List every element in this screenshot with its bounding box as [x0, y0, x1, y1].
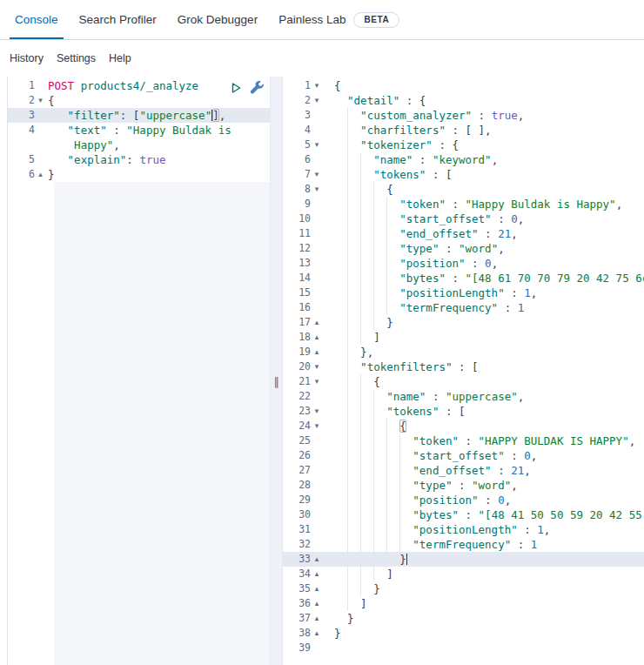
- code-line[interactable]: 13 "position" : 0,: [283, 256, 644, 271]
- fold-open-icon[interactable]: ▾: [311, 419, 323, 433]
- tab-grok-debugger[interactable]: Grok Debugger: [172, 0, 263, 39]
- code-token: "tokens": [373, 168, 426, 181]
- code-line[interactable]: 27 "end_offset" : 21,: [283, 463, 644, 478]
- indent-guide: [360, 256, 361, 271]
- indent-guide: [386, 507, 387, 522]
- code-line[interactable]: 2▾ "detail" : {: [283, 93, 644, 108]
- code-token: : {: [399, 94, 426, 107]
- indent-guide: [373, 285, 374, 300]
- fold-open-icon[interactable]: ▾: [311, 374, 323, 389]
- fold-close-icon[interactable]: ▴: [311, 596, 323, 611]
- fold-close-icon[interactable]: ▴: [311, 626, 323, 641]
- menu-item-history[interactable]: History: [10, 52, 49, 64]
- code-line[interactable]: 24▾ {: [283, 419, 644, 433]
- code-token: }: [334, 582, 380, 595]
- code-token: "positionLength": [413, 523, 517, 536]
- code-line[interactable]: 10 "start_offset" : 0,: [283, 212, 644, 226]
- code-line[interactable]: 21▾ {: [283, 374, 644, 389]
- fold-open-icon[interactable]: ▾: [311, 167, 323, 182]
- indent-guide: [360, 522, 361, 537]
- line-number: 1: [283, 78, 311, 93]
- code-line[interactable]: Happy",: [8, 138, 270, 152]
- indent-guide: [399, 507, 400, 522]
- fold-close-icon[interactable]: ▴: [311, 552, 323, 567]
- tab-painless-lab[interactable]: Painless LabBETA: [273, 0, 405, 39]
- code-line[interactable]: 30 "bytes" : "[48 41 50 50 59 20 42 55 4…: [283, 507, 644, 522]
- line-number: 4: [283, 123, 311, 138]
- code-line[interactable]: 34▴ ]: [283, 567, 644, 581]
- tab-console[interactable]: Console: [10, 0, 64, 39]
- fold-close-icon[interactable]: ▴: [311, 611, 323, 626]
- code-line[interactable]: 14 "bytes" : "[48 61 70 70 79 20 42 75 6…: [283, 271, 644, 285]
- fold-open-icon[interactable]: ▾: [311, 404, 323, 419]
- fold-open-icon[interactable]: ▾: [35, 93, 46, 108]
- code-line[interactable]: 6 "name" : "keyword",: [283, 152, 644, 167]
- menu-item-settings[interactable]: Settings: [57, 52, 101, 64]
- fold-close-icon[interactable]: ▴: [311, 567, 323, 581]
- code-line[interactable]: 28 "type" : "word",: [283, 478, 644, 493]
- code-line[interactable]: 5▾ "tokenizer" : {: [283, 138, 644, 152]
- code-line[interactable]: 4 "text" : "Happy Buldak is: [8, 123, 270, 138]
- code-line[interactable]: 8▾ {: [283, 182, 644, 197]
- fold-open-icon[interactable]: ▾: [311, 359, 323, 374]
- fold-close-icon[interactable]: ▴: [311, 581, 323, 596]
- code-line[interactable]: 16 "termFrequency" : 1: [283, 300, 644, 315]
- code-line[interactable]: 29 "position" : 0,: [283, 493, 644, 507]
- code-token: : [ ],: [446, 124, 492, 137]
- code-content: "tokenfilters" : [: [323, 359, 644, 374]
- indent-guide: [386, 552, 387, 567]
- code-line[interactable]: 37▴ }: [283, 611, 644, 626]
- indent-guide: [373, 463, 374, 478]
- gutter-cell: 2▾: [283, 93, 323, 108]
- code-line[interactable]: 5 "explain": true: [8, 152, 270, 167]
- code-line[interactable]: 1▾{: [283, 78, 644, 93]
- code-line[interactable]: 33▴ }: [283, 552, 644, 567]
- code-line[interactable]: 19▴ },: [283, 345, 644, 359]
- indent-guide: [360, 197, 361, 212]
- tab-search-profiler[interactable]: Search Profiler: [74, 0, 162, 39]
- code-line[interactable]: 38▴}: [283, 626, 644, 641]
- fold-close-icon[interactable]: ▴: [35, 167, 46, 182]
- code-line[interactable]: 25 "token" : "HAPPY BULDAK IS HAPPY",: [283, 433, 644, 448]
- code-line[interactable]: 26 "start_offset" : 0,: [283, 448, 644, 463]
- code-line[interactable]: 35▴ }: [283, 581, 644, 596]
- code-line[interactable]: 32 "termFrequency" : 1: [283, 537, 644, 552]
- code-token: "uppercase": [446, 390, 518, 403]
- resize-handle-icon: ∥: [273, 376, 279, 387]
- code-line[interactable]: 18▴ ]: [283, 330, 644, 345]
- code-line[interactable]: 6▴}: [8, 167, 270, 182]
- code-line[interactable]: 7▾ "tokens" : [: [283, 167, 644, 182]
- code-line[interactable]: 4 "charfilters" : [ ],: [283, 123, 644, 138]
- code-line[interactable]: 23▾ "tokens" : [: [283, 404, 644, 419]
- code-line[interactable]: 9 "token" : "Happy Buldak is Happy",: [283, 197, 644, 212]
- code-line[interactable]: 3 "filter": ["uppercase"],: [8, 108, 270, 123]
- code-line[interactable]: 22 "name" : "uppercase",: [283, 389, 644, 404]
- send-request-button[interactable]: [229, 81, 243, 95]
- code-line[interactable]: 36▴ ]: [283, 596, 644, 611]
- request-editor-empty-area[interactable]: [54, 182, 270, 665]
- fold-close-icon[interactable]: ▴: [311, 330, 323, 345]
- fold-open-icon[interactable]: ▾: [311, 93, 323, 108]
- code-line[interactable]: 15 "positionLength" : 1,: [283, 285, 644, 300]
- indent-guide: [360, 152, 361, 167]
- fold-open-icon[interactable]: ▾: [311, 78, 323, 93]
- fold-open-icon[interactable]: ▾: [311, 138, 323, 152]
- code-line[interactable]: 31 "positionLength" : 1,: [283, 522, 644, 537]
- code-line[interactable]: 39: [283, 641, 644, 655]
- gutter-cell: 17▴: [283, 315, 323, 330]
- fold-close-icon[interactable]: ▴: [311, 345, 323, 359]
- fold-spacer: [311, 108, 323, 123]
- code-line[interactable]: 11 "end_offset" : 21,: [283, 226, 644, 241]
- fold-close-icon[interactable]: ▴: [311, 315, 323, 330]
- request-options-button[interactable]: [250, 80, 265, 95]
- code-line[interactable]: 3 "custom_analyzer" : true,: [283, 108, 644, 123]
- code-line[interactable]: 12 "type" : "word",: [283, 241, 644, 256]
- fold-open-icon[interactable]: ▾: [311, 182, 323, 197]
- code-line[interactable]: 2▾{: [8, 93, 270, 108]
- code-line[interactable]: 17▴ }: [283, 315, 644, 330]
- panel-resizer[interactable]: ∥: [270, 77, 283, 665]
- code-token: "tokenizer": [360, 138, 433, 151]
- menu-item-help[interactable]: Help: [109, 52, 137, 64]
- line-number: 28: [283, 478, 311, 493]
- code-line[interactable]: 20▾ "tokenfilters" : [: [283, 359, 644, 374]
